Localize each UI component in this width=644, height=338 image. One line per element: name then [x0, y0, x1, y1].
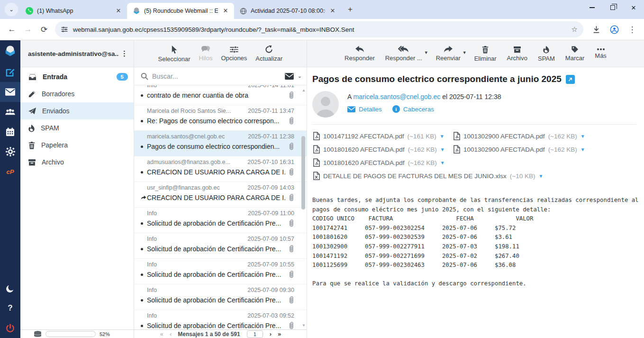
cpanel-icon[interactable]: cP	[0, 162, 20, 182]
toolbar-button-seleccionar[interactable]: Seleccionar	[155, 43, 193, 64]
dark-mode-moon-icon[interactable]	[0, 278, 20, 298]
tab-search-button[interactable]: ⌄	[5, 3, 18, 16]
site-settings-icon[interactable]	[61, 26, 68, 33]
folder-item-archivo[interactable]: Archivo	[20, 154, 134, 171]
search-scope-envelope-icon[interactable]	[285, 73, 294, 80]
folder-item-papelera[interactable]: Papelera	[20, 137, 134, 154]
url-text[interactable]: webmail.sanjuan.gob.ec/cpsess1535909589/…	[73, 26, 568, 33]
toolbar-button-spam[interactable]: SPAM	[535, 44, 558, 64]
address-bar[interactable]: webmail.sanjuan.gob.ec/cpsess1535909589/…	[55, 21, 583, 37]
message-list-item[interactable]: Info 2025-07-14 11:01 contrato de menor …	[134, 85, 307, 105]
message-list-item[interactable]: Info 2025-07-09 10:55 Solicitud de aprob…	[134, 259, 307, 284]
attachment-menu-caret-icon[interactable]: ▼	[440, 160, 445, 165]
new-tab-button[interactable]: +	[344, 3, 356, 16]
list-scrollbar[interactable]: ▲ ▼	[300, 85, 306, 329]
mail-icon[interactable]	[0, 82, 20, 102]
message-list-item[interactable]: Info 2025-07-09 11:00 Solicitud de aprob…	[134, 208, 307, 233]
toolbar-button-responder[interactable]: Responder	[342, 44, 378, 64]
attachment-size: (~162 KB)	[408, 159, 437, 166]
search-input[interactable]	[152, 73, 281, 80]
message-list-item[interactable]: Info 2025-07-09 10:57 Solicitud de aprob…	[134, 233, 307, 259]
last-page-button[interactable]: »	[278, 330, 281, 338]
message-list-item[interactable]: maricela.santos@cnel.gob.ec 2025-07-11 1…	[134, 131, 307, 156]
page-number-input[interactable]	[247, 330, 263, 338]
toolbar-button-opciones[interactable]: Opciones	[218, 44, 250, 64]
settings-gear-icon[interactable]	[0, 142, 20, 162]
message-list-item[interactable]: admusuarios@finanzas.gob.e... 2025-07-10…	[134, 156, 307, 182]
tab-close-icon[interactable]: ✕	[115, 7, 122, 15]
message-list-item[interactable]: Info 2025-07-09 09:30 Solicitud de aprob…	[134, 284, 307, 310]
tab-close-icon[interactable]: ✕	[222, 7, 229, 15]
toolbar-button-archivo[interactable]: Archivo	[504, 44, 530, 64]
dropdown-caret-icon[interactable]: ▼	[463, 50, 467, 64]
prev-page-button[interactable]: ‹	[170, 330, 171, 338]
attachment-menu-caret-icon[interactable]: ▼	[581, 134, 585, 139]
refresh-button[interactable]: ⟳	[36, 21, 52, 37]
bookmark-star-icon[interactable]: ☆	[571, 25, 578, 34]
contacts-icon[interactable]	[0, 102, 20, 122]
message-sender: usr_sinfip@finanzas.gob.ec	[147, 184, 220, 191]
help-icon[interactable]: ?	[0, 298, 20, 318]
attachment-menu-caret-icon[interactable]: ▼	[538, 174, 543, 179]
sender-avatar	[312, 91, 339, 118]
message-list-item[interactable]: Info 2025-07-03 09:52 Solicitud de aprob…	[134, 310, 307, 329]
forward-button[interactable]: →	[20, 21, 36, 37]
search-options-chevron-icon[interactable]: ⌄	[298, 73, 302, 79]
account-header[interactable]: asistente-administrativo@sa... ⋮	[20, 40, 134, 67]
message-list-item[interactable]: usr_sinfip@finanzas.gob.ec 2025-07-09 14…	[134, 182, 307, 208]
folder-item-enviados[interactable]: Enviados	[20, 102, 134, 119]
folder-item-borradores[interactable]: Borradores	[20, 85, 134, 102]
toolbar-button-actualizar[interactable]: Actualizar	[253, 44, 285, 64]
first-page-button[interactable]: «	[160, 330, 163, 338]
browser-tab[interactable]: Actividad 2025-07-10 08:00:00 ✕	[234, 3, 341, 19]
attachment-item[interactable]: DETALLE DE PAGOS DE FACTURAS DEL MES DE …	[313, 169, 553, 183]
next-page-button[interactable]: ›	[270, 330, 271, 338]
back-button[interactable]: ←	[4, 21, 20, 37]
browser-tab[interactable]: (1) WhatsApp ✕	[20, 3, 127, 19]
attachment-clip-icon	[288, 270, 294, 279]
scrollbar-thumb[interactable]	[301, 136, 305, 210]
tab-title: (5) Roundcube Webmail :: Envia	[144, 8, 218, 14]
compose-icon[interactable]	[0, 62, 20, 82]
recipient-email-link[interactable]: maricela.santos@cnel.gob.ec	[353, 93, 440, 100]
folder-item-entrada[interactable]: Entrada 5	[20, 68, 134, 85]
browser-menu-icon[interactable]: ⋮	[624, 21, 640, 37]
restore-button[interactable]	[602, 0, 623, 15]
toolbar-button-hilos[interactable]: Hilos	[196, 44, 216, 64]
dropdown-caret-icon[interactable]: ▼	[424, 50, 428, 64]
attachment-menu-caret-icon[interactable]: ▼	[440, 147, 445, 152]
tab-close-icon[interactable]: ✕	[329, 7, 336, 15]
toolbar-button-eliminar[interactable]: Eliminar	[472, 44, 499, 64]
scroll-down-icon[interactable]: ▼	[302, 323, 306, 328]
scroll-up-icon[interactable]: ▲	[302, 88, 306, 92]
attachment-item[interactable]: 1001302900 AFECTADA.pdf (~162 KB) ▼	[454, 129, 594, 143]
attachment-menu-caret-icon[interactable]: ▼	[440, 134, 444, 139]
open-in-new-window-icon[interactable]	[566, 75, 575, 84]
attachment-item[interactable]: 1001471192 AFECTADA.pdf (~161 KB) ▼	[313, 129, 454, 143]
logout-power-icon[interactable]	[0, 318, 20, 338]
attachment-name: 1001801620 AFECTADA.pdf	[323, 159, 405, 166]
toolbar-button-reenviar[interactable]: Reenviar	[433, 44, 463, 64]
folder-item-spam[interactable]: SPAM	[20, 119, 134, 137]
toolbar-button-marcar[interactable]: Marcar	[562, 44, 587, 64]
attachment-item[interactable]: 1001801620 AFECTADA.pdf (~162 KB) ▼	[313, 156, 454, 169]
toolbar-button-responder[interactable]: Responder ...	[382, 44, 425, 64]
toolbar-button-m-s[interactable]: Más	[592, 46, 609, 61]
minimize-button[interactable]	[581, 0, 602, 15]
close-window-button[interactable]: ✕	[623, 0, 644, 15]
attachment-clip-icon	[288, 91, 294, 100]
account-menu-icon[interactable]: ⋮	[119, 49, 130, 58]
roundcube-logo-icon[interactable]	[0, 40, 20, 62]
attachment-menu-caret-icon[interactable]: ▼	[581, 147, 585, 152]
browser-tab[interactable]: (5) Roundcube Webmail :: Envia ✕	[127, 3, 234, 19]
profile-avatar-icon[interactable]	[606, 21, 622, 37]
attachment-item[interactable]: 1001302900 AFECTADA.pdf (~162 KB) ▼	[454, 143, 594, 156]
attachment-size: (~162 KB)	[548, 146, 577, 153]
attachment-item[interactable]: 1001801620 AFECTADA.pdf (~162 KB) ▼	[313, 143, 454, 156]
details-toggle[interactable]: Detalles	[347, 106, 382, 113]
message-list-item[interactable]: Maricela del Rocio Santos Sie... 2025-07…	[134, 105, 307, 131]
headers-toggle[interactable]: i Cabeceras	[392, 105, 434, 113]
globe-icon	[240, 8, 247, 15]
calendar-icon[interactable]	[0, 122, 20, 142]
downloads-icon[interactable]	[588, 21, 604, 37]
